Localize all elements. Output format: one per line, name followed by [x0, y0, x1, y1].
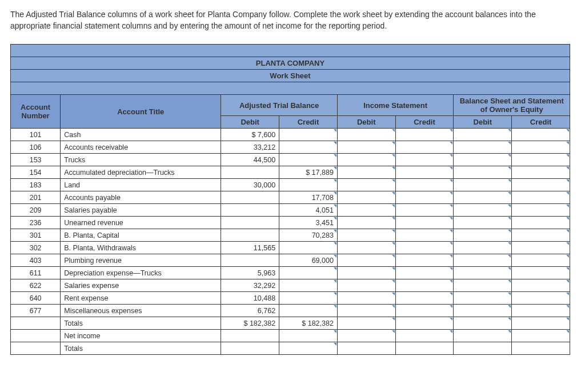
bs-debit[interactable] [454, 342, 512, 355]
bs-debit[interactable] [454, 292, 512, 305]
atb-credit[interactable] [279, 242, 338, 254]
bs-debit[interactable] [454, 129, 512, 141]
bs-credit[interactable] [512, 242, 570, 254]
bs-credit[interactable] [512, 317, 570, 330]
table-row: 611Depreciation expense—Trucks5,963 [11, 267, 570, 279]
is-credit[interactable] [395, 292, 454, 305]
bs-credit[interactable] [512, 292, 570, 305]
bs-debit[interactable] [454, 267, 512, 279]
is-debit[interactable] [337, 342, 395, 355]
is-debit[interactable] [337, 330, 395, 342]
is-credit[interactable] [395, 166, 454, 179]
atb-credit[interactable] [279, 267, 338, 279]
bs-credit[interactable] [512, 166, 570, 179]
is-debit[interactable] [337, 229, 395, 242]
atb-credit[interactable] [279, 154, 338, 166]
bs-credit[interactable] [512, 141, 570, 154]
atb-credit[interactable]: $ 17,889 [279, 166, 338, 179]
col-atb-debit: Debit [221, 116, 279, 129]
is-credit[interactable] [395, 191, 454, 204]
is-debit[interactable] [337, 204, 395, 217]
footer-label: Net income [61, 330, 221, 342]
is-debit[interactable] [337, 129, 395, 141]
atb-credit[interactable] [279, 279, 338, 292]
is-credit[interactable] [395, 129, 454, 141]
table-row: 153Trucks44,500 [11, 154, 570, 166]
bs-debit[interactable] [454, 191, 512, 204]
bs-debit[interactable] [454, 217, 512, 229]
is-credit[interactable] [395, 242, 454, 254]
bs-debit[interactable] [454, 179, 512, 191]
bs-debit[interactable] [454, 254, 512, 267]
bs-credit[interactable] [512, 305, 570, 317]
is-debit[interactable] [337, 254, 395, 267]
is-debit[interactable] [337, 305, 395, 317]
bs-credit[interactable] [512, 191, 570, 204]
account-title: Salaries expense [61, 279, 221, 292]
bs-debit[interactable] [454, 141, 512, 154]
bs-debit[interactable] [454, 204, 512, 217]
is-debit[interactable] [337, 267, 395, 279]
bs-credit[interactable] [512, 267, 570, 279]
account-title: Salaries payable [61, 204, 221, 217]
atb-credit[interactable]: 4,051 [279, 204, 338, 217]
bs-credit[interactable] [512, 330, 570, 342]
is-debit[interactable] [337, 292, 395, 305]
is-credit[interactable] [395, 229, 454, 242]
atb-credit[interactable] [279, 129, 338, 141]
atb-credit[interactable]: 17,708 [279, 191, 338, 204]
atb-credit[interactable] [279, 179, 338, 191]
is-credit[interactable] [395, 317, 454, 330]
bs-debit[interactable] [454, 154, 512, 166]
bs-debit[interactable] [454, 317, 512, 330]
bs-credit[interactable] [512, 204, 570, 217]
account-number: 209 [11, 204, 61, 217]
bs-credit[interactable] [512, 342, 570, 355]
is-debit[interactable] [337, 166, 395, 179]
bs-credit[interactable] [512, 254, 570, 267]
is-credit[interactable] [395, 254, 454, 267]
is-debit[interactable] [337, 154, 395, 166]
is-debit[interactable] [337, 279, 395, 292]
atb-credit[interactable] [279, 141, 338, 154]
is-debit[interactable] [337, 191, 395, 204]
bs-debit[interactable] [454, 229, 512, 242]
is-credit[interactable] [395, 217, 454, 229]
bs-debit[interactable] [454, 305, 512, 317]
atb-credit[interactable] [279, 292, 338, 305]
atb-credit[interactable]: 3,451 [279, 217, 338, 229]
bs-debit[interactable] [454, 166, 512, 179]
is-debit[interactable] [337, 317, 395, 330]
is-credit[interactable] [395, 279, 454, 292]
atb-debit: 30,000 [221, 179, 279, 191]
atb-credit[interactable]: 69,000 [279, 254, 338, 267]
bs-debit[interactable] [454, 330, 512, 342]
bs-debit[interactable] [454, 279, 512, 292]
is-credit[interactable] [395, 141, 454, 154]
is-credit[interactable] [395, 330, 454, 342]
atb-credit[interactable] [279, 305, 338, 317]
bs-credit[interactable] [512, 129, 570, 141]
account-number: 677 [11, 305, 61, 317]
atb-credit[interactable] [279, 342, 338, 355]
bs-credit[interactable] [512, 179, 570, 191]
is-debit[interactable] [337, 217, 395, 229]
is-credit[interactable] [395, 267, 454, 279]
bs-credit[interactable] [512, 217, 570, 229]
is-debit[interactable] [337, 242, 395, 254]
is-credit[interactable] [395, 204, 454, 217]
bs-credit[interactable] [512, 279, 570, 292]
bs-credit[interactable] [512, 229, 570, 242]
is-debit[interactable] [337, 141, 395, 154]
bs-credit[interactable] [512, 154, 570, 166]
atb-credit[interactable]: 70,283 [279, 229, 338, 242]
bs-debit[interactable] [454, 242, 512, 254]
is-credit[interactable] [395, 154, 454, 166]
account-number: 640 [11, 292, 61, 305]
is-credit[interactable] [395, 305, 454, 317]
atb-credit[interactable] [279, 330, 338, 342]
is-credit[interactable] [395, 179, 454, 191]
account-number: 302 [11, 242, 61, 254]
is-debit[interactable] [337, 179, 395, 191]
is-credit[interactable] [395, 342, 454, 355]
